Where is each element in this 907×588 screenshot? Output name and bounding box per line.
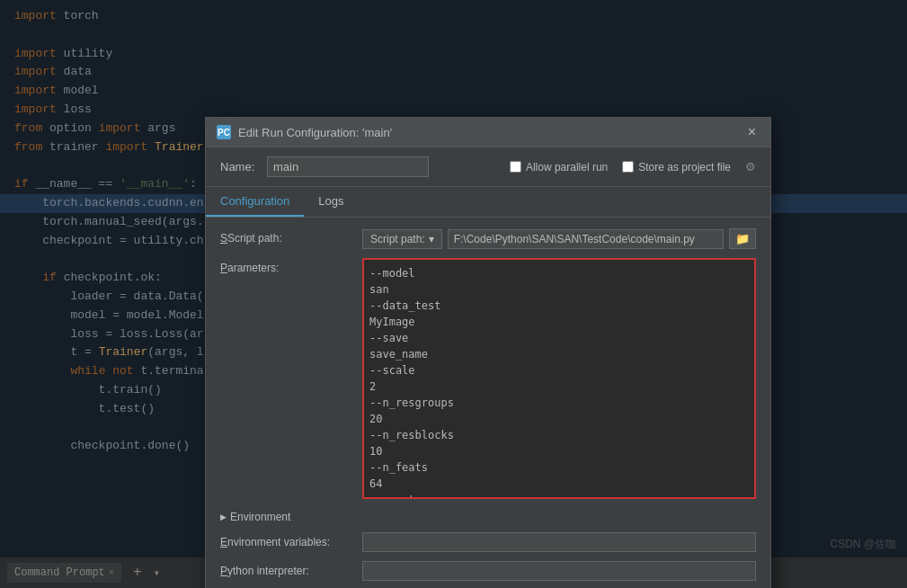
dialog-title-text: Edit Run Configuration: 'main' bbox=[238, 126, 392, 139]
parameters-container: --model san --data_test MyImage --save s… bbox=[362, 258, 756, 502]
allow-parallel-checkbox[interactable] bbox=[510, 161, 521, 173]
store-project-checkbox-item[interactable]: Store as project file bbox=[622, 161, 731, 174]
allow-parallel-checkbox-item[interactable]: Allow parallel run bbox=[510, 161, 608, 174]
pc-icon: PC bbox=[217, 125, 231, 139]
python-interpreter-input[interactable] bbox=[362, 561, 756, 581]
dialog-name-row: Name: Allow parallel run Store as projec… bbox=[206, 147, 770, 187]
script-path-label: SScript path: bbox=[220, 228, 355, 245]
store-project-label: Store as project file bbox=[638, 161, 731, 174]
env-variables-label: Environment variables: bbox=[220, 532, 355, 548]
parameters-label: Parameters: bbox=[220, 258, 355, 274]
environment-section: ▶ Environment bbox=[220, 511, 756, 523]
python-interpreter-row: Python interpreter: bbox=[220, 561, 756, 581]
checkbox-group: Allow parallel run Store as project file… bbox=[510, 160, 756, 174]
tab-configuration[interactable]: Configuration bbox=[206, 187, 304, 217]
gear-icon[interactable]: ⚙ bbox=[745, 160, 756, 174]
env-variables-row: Environment variables: bbox=[220, 532, 756, 552]
environment-label: Environment bbox=[230, 511, 290, 523]
environment-triangle[interactable]: ▶ bbox=[220, 512, 227, 521]
dialog-title-left: PC Edit Run Configuration: 'main' bbox=[217, 125, 392, 139]
script-type-dropdown[interactable]: Script path: ▾ bbox=[362, 229, 442, 249]
name-input[interactable] bbox=[267, 156, 429, 177]
env-variables-input[interactable] bbox=[362, 532, 756, 552]
dialog-titlebar: PC Edit Run Configuration: 'main' × bbox=[206, 118, 770, 147]
script-path-input[interactable] bbox=[448, 229, 724, 249]
dialog-content: SScript path: Script path: ▾ 📁 Parameter… bbox=[206, 218, 770, 588]
parameters-row: Parameters: --model san --data_test MyIm… bbox=[220, 258, 756, 502]
script-path-row: SScript path: Script path: ▾ 📁 bbox=[220, 228, 756, 249]
allow-parallel-label: Allow parallel run bbox=[526, 161, 608, 174]
store-project-checkbox[interactable] bbox=[622, 161, 634, 173]
dialog-tabs: Configuration Logs bbox=[206, 187, 770, 218]
python-interpreter-label: Python interpreter: bbox=[220, 561, 355, 577]
script-path-row-inner: Script path: ▾ 📁 bbox=[362, 228, 756, 249]
tab-logs[interactable]: Logs bbox=[304, 187, 358, 217]
browse-folder-button[interactable]: 📁 bbox=[729, 228, 756, 249]
name-label: Name: bbox=[220, 160, 256, 174]
dialog-close-button[interactable]: × bbox=[744, 125, 760, 139]
run-configuration-dialog: PC Edit Run Configuration: 'main' × Name… bbox=[205, 117, 771, 588]
parameters-textarea[interactable]: --model san --data_test MyImage --save s… bbox=[362, 258, 756, 499]
